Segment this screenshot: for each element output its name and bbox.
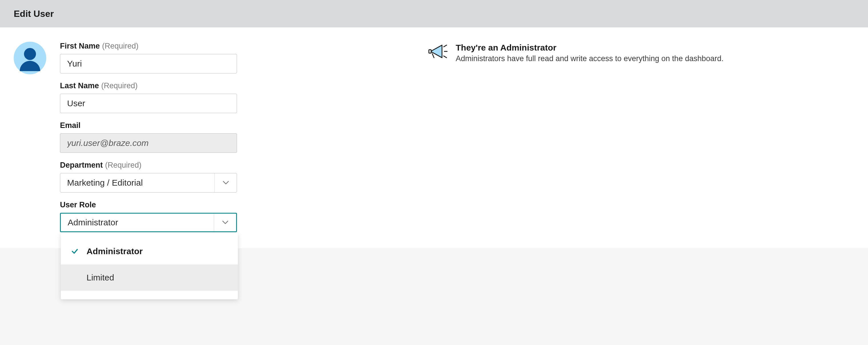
svg-line-2 bbox=[432, 54, 434, 58]
department-label-row: Department (Required) bbox=[60, 161, 237, 170]
dropdown-item-limited[interactable]: Limited bbox=[61, 264, 238, 291]
department-caret bbox=[214, 174, 237, 192]
chevron-down-icon bbox=[222, 220, 228, 224]
user-role-label-row: User Role bbox=[60, 200, 237, 209]
content-area: First Name (Required) Last Name (Require… bbox=[0, 27, 868, 248]
user-role-label: User Role bbox=[60, 200, 96, 209]
last-name-required-indicator: (Required) bbox=[101, 82, 138, 90]
megaphone-icon bbox=[428, 43, 448, 60]
page-header: Edit User bbox=[0, 0, 868, 27]
avatar bbox=[14, 42, 46, 74]
form-column: First Name (Required) Last Name (Require… bbox=[60, 42, 237, 232]
department-select[interactable]: Marketing / Editorial bbox=[60, 173, 237, 192]
last-name-field-group: Last Name (Required) bbox=[60, 82, 237, 113]
last-name-label-row: Last Name (Required) bbox=[60, 82, 237, 90]
page-title: Edit User bbox=[14, 8, 54, 19]
first-name-label: First Name bbox=[60, 42, 100, 51]
dropdown-item-label: Limited bbox=[87, 273, 114, 282]
svg-line-3 bbox=[444, 45, 446, 47]
user-role-caret bbox=[214, 214, 236, 231]
dropdown-item-administrator[interactable]: Administrator bbox=[61, 238, 238, 264]
user-role-select[interactable]: Administrator Administrator bbox=[60, 213, 237, 232]
email-label-row: Email bbox=[60, 121, 237, 130]
first-name-input[interactable] bbox=[60, 54, 237, 73]
user-role-dropdown: Administrator Limited bbox=[61, 233, 238, 299]
email-input bbox=[60, 133, 237, 153]
first-name-field-group: First Name (Required) bbox=[60, 42, 237, 73]
chevron-down-icon bbox=[223, 181, 229, 185]
email-label: Email bbox=[60, 121, 81, 130]
department-field-group: Department (Required) Marketing / Editor… bbox=[60, 161, 237, 192]
info-title: They're an Administrator bbox=[456, 43, 723, 53]
svg-rect-1 bbox=[429, 50, 431, 53]
info-description: Administrators have full read and write … bbox=[456, 54, 723, 63]
last-name-input[interactable] bbox=[60, 94, 237, 113]
svg-marker-0 bbox=[431, 45, 442, 58]
info-text: They're an Administrator Administrators … bbox=[456, 43, 723, 63]
department-select-value: Marketing / Editorial bbox=[60, 178, 214, 188]
last-name-label: Last Name bbox=[60, 82, 99, 90]
user-role-field-group: User Role Administrator Administrator bbox=[60, 200, 237, 232]
email-field-group: Email bbox=[60, 121, 237, 153]
check-icon bbox=[71, 248, 79, 255]
first-name-required-indicator: (Required) bbox=[102, 42, 139, 51]
department-label: Department bbox=[60, 161, 103, 170]
dropdown-item-label: Administrator bbox=[87, 247, 143, 256]
department-required-indicator: (Required) bbox=[105, 161, 142, 170]
user-role-select-value: Administrator bbox=[61, 218, 214, 227]
info-panel: They're an Administrator Administrators … bbox=[428, 43, 723, 63]
first-name-label-row: First Name (Required) bbox=[60, 42, 237, 51]
svg-line-5 bbox=[444, 56, 446, 58]
